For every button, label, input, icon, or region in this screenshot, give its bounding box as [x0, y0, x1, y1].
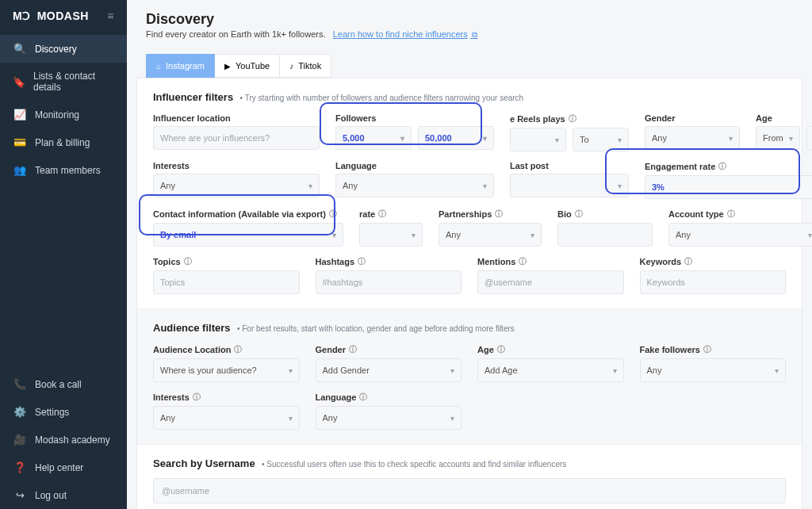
sidebar-item-monitoring[interactable]: 📈 Monitoring	[0, 101, 127, 128]
info-icon[interactable]: ⓘ	[497, 344, 505, 355]
info-icon[interactable]: ⓘ	[495, 209, 503, 220]
account-type-select[interactable]: Any▾	[668, 223, 812, 247]
gear-icon: ⚙️	[13, 406, 27, 418]
chevron-down-icon: ▾	[789, 134, 793, 143]
sidebar-item-lists[interactable]: 🔖 Lists & contact details	[0, 63, 127, 101]
audience-age-select[interactable]: Add Age▾	[477, 358, 624, 382]
info-icon[interactable]: ⓘ	[329, 209, 337, 220]
age-from-select[interactable]: From▾	[756, 126, 800, 150]
topics-input[interactable]: Topics	[153, 270, 300, 294]
sidebar-item-label: Book a call	[35, 379, 82, 390]
sidebar-item-discovery[interactable]: 🔍 Discovery	[0, 35, 127, 63]
info-icon[interactable]: ⓘ	[569, 113, 576, 124]
chevron-down-icon: ▾	[308, 182, 312, 190]
audience-interests-select[interactable]: Any▾	[153, 406, 300, 430]
info-icon[interactable]: ⓘ	[703, 344, 711, 355]
info-icon[interactable]: ⓘ	[193, 392, 201, 403]
label-hashtags: Hashtags	[316, 257, 355, 266]
reels-to-select[interactable]: To▾	[573, 128, 629, 151]
chevron-down-icon: ▾	[618, 182, 622, 190]
sidebar-item-help[interactable]: ❓ Help center	[0, 454, 127, 481]
info-icon[interactable]: ⓘ	[349, 344, 357, 355]
language-select[interactable]: Any▾	[335, 174, 494, 197]
sidebar-item-label: Plan & billing	[35, 137, 90, 148]
chevron-down-icon: ▾	[530, 231, 534, 239]
section-hint: • Try starting with number of followers …	[240, 94, 524, 102]
label-followers: Followers	[335, 113, 376, 123]
label-audience-age: Age	[477, 345, 494, 354]
sidebar-item-book-call[interactable]: 📞 Book a call	[0, 370, 127, 398]
chevron-down-icon: ▾	[450, 366, 454, 375]
label-influencer-location: Influencer location	[153, 113, 231, 123]
label-contact: Contact information (Available via expor…	[153, 209, 326, 219]
label-mentions: Mentions	[477, 257, 515, 266]
label-interests: Interests	[153, 161, 190, 170]
learn-link[interactable]: Learn how to find niche influencers ⧉	[333, 29, 478, 39]
info-icon[interactable]: ⓘ	[684, 256, 692, 267]
sidebar-item-label: Discovery	[35, 44, 77, 55]
info-icon[interactable]: ⓘ	[718, 161, 726, 172]
tab-youtube[interactable]: ▶ YouTube	[215, 54, 280, 78]
main: Discovery Find every creator on Earth wi…	[127, 0, 812, 509]
sidebar-item-logout[interactable]: ↪ Log out	[0, 481, 127, 509]
chevron-down-icon: ▾	[412, 231, 416, 239]
partnerships-select[interactable]: Any▾	[439, 223, 542, 247]
rate-select[interactable]: ▾	[359, 223, 423, 247]
chevron-down-icon: ▾	[289, 366, 293, 375]
sidebar-item-label: Team members	[35, 165, 101, 176]
sidebar-item-settings[interactable]: ⚙️ Settings	[0, 398, 127, 426]
interests-select[interactable]: Any▾	[153, 174, 320, 197]
hashtags-input[interactable]: #hashtags	[316, 270, 462, 294]
sidebar-item-plan-billing[interactable]: 💳 Plan & billing	[0, 128, 127, 156]
age-to-select[interactable]: To▾	[806, 126, 812, 150]
card-icon: 💳	[13, 136, 27, 148]
logout-icon: ↪	[13, 489, 27, 501]
info-icon[interactable]: ⓘ	[519, 256, 527, 267]
label-reels: e Reels plays	[510, 114, 565, 124]
fake-followers-select[interactable]: Any▾	[640, 358, 787, 382]
lastpost-select[interactable]: ▾	[510, 174, 629, 197]
audience-gender-select[interactable]: Add Gender▾	[316, 358, 462, 382]
chevron-down-icon: ▾	[808, 231, 812, 239]
info-icon[interactable]: ⓘ	[727, 209, 735, 220]
info-icon[interactable]: ⓘ	[359, 392, 367, 403]
audience-row-1: Audience Locationⓘ Where is your audienc…	[153, 344, 786, 382]
engagement-select[interactable]: 3%▾	[645, 175, 812, 199]
influencer-filters-section: Influencer filters • Try starting with n…	[137, 78, 802, 309]
info-icon[interactable]: ⓘ	[575, 209, 583, 220]
reels-from-select[interactable]: ▾	[510, 128, 566, 151]
chevron-down-icon: ▾	[483, 134, 487, 143]
label-language: Language	[335, 161, 377, 170]
followers-from-select[interactable]: 5,000▾	[335, 126, 412, 150]
chevron-down-icon: ▾	[775, 366, 779, 375]
chevron-down-icon: ▾	[450, 414, 454, 423]
gender-select[interactable]: Any▾	[645, 126, 740, 150]
contact-info-select[interactable]: By email▾	[153, 223, 343, 247]
page-subtitle: Find every creator on Earth with 1k+ fol…	[146, 29, 793, 40]
sidebar-item-team-members[interactable]: 👥 Team members	[0, 156, 127, 184]
instagram-icon: ⌂	[156, 62, 161, 71]
tab-instagram[interactable]: ⌂ Instagram	[146, 54, 215, 78]
brand-name: MODASH	[37, 10, 89, 22]
info-icon[interactable]: ⓘ	[184, 256, 192, 267]
sidebar-item-academy[interactable]: 🎥 Modash academy	[0, 426, 127, 454]
info-icon[interactable]: ⓘ	[358, 256, 366, 267]
keywords-input[interactable]: Keywords	[640, 270, 787, 294]
influencer-location-input[interactable]: Where are your influencers?	[153, 126, 320, 150]
filters-panel: Influencer filters • Try starting with n…	[136, 78, 802, 509]
username-search-input[interactable]: @username	[153, 478, 786, 503]
followers-to-select[interactable]: 50,000▾	[418, 126, 494, 150]
sidebar: MƆ MODASH ≡ 🔍 Discovery 🔖 Lists & contac…	[0, 0, 127, 509]
menu-toggle-icon[interactable]: ≡	[107, 10, 114, 22]
label-engagement: Engagement rate	[645, 162, 715, 171]
label-partnerships: Partnerships	[439, 209, 492, 219]
tiktok-icon: ♪	[289, 62, 293, 71]
audience-location-select[interactable]: Where is your audience?▾	[153, 358, 300, 382]
tab-tiktok[interactable]: ♪ Tiktok	[280, 54, 331, 78]
mentions-input[interactable]: @username	[477, 270, 624, 294]
info-icon[interactable]: ⓘ	[234, 344, 242, 355]
row-2: Interests Any▾ Language Any▾ Last post ▾…	[153, 161, 786, 199]
info-icon[interactable]: ⓘ	[378, 209, 386, 220]
audience-language-select[interactable]: Any▾	[316, 406, 462, 430]
bio-input[interactable]	[557, 223, 653, 247]
